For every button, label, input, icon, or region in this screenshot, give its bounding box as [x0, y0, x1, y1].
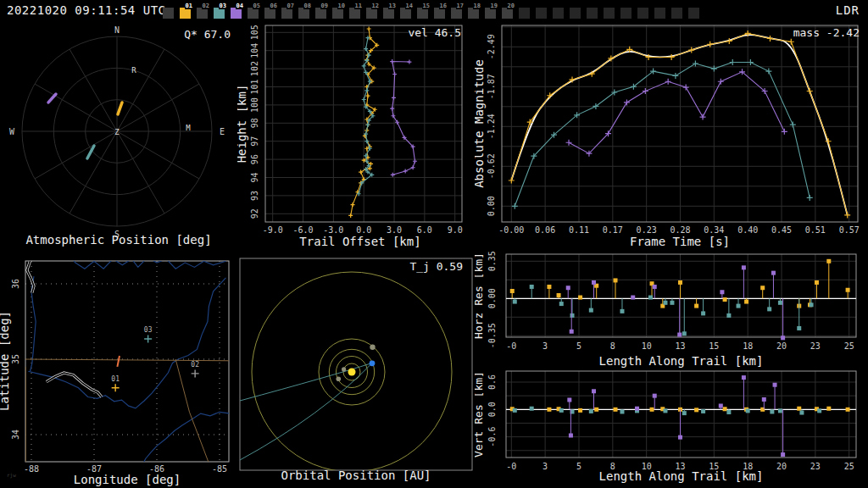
svg-text:96: 96 — [250, 154, 259, 164]
station-box-13[interactable]: 13 — [383, 8, 394, 19]
svg-text:0.45: 0.45 — [771, 225, 792, 235]
svg-text:0.00: 0.00 — [487, 288, 497, 308]
station-box[interactable] — [654, 8, 665, 19]
svg-text:0.17: 0.17 — [603, 225, 623, 235]
station-box[interactable] — [671, 8, 682, 19]
utc-timestamp: 20221020 09:11:54 UTC — [7, 3, 166, 17]
station-box[interactable] — [163, 8, 174, 19]
svg-text:20: 20 — [776, 341, 787, 351]
station-box[interactable] — [620, 8, 632, 19]
residuals-panel: -0358101315182023250.350.00-0.35Horz Res… — [475, 250, 868, 488]
svg-text:3: 3 — [542, 341, 548, 351]
svg-text:98: 98 — [250, 118, 259, 128]
svg-text:18: 18 — [743, 341, 753, 351]
svg-text:97: 97 — [250, 136, 259, 147]
station-box-18[interactable]: 18 — [468, 8, 479, 19]
station-number: 15 — [422, 3, 431, 9]
station-number: 14 — [405, 3, 414, 9]
station-number: 01 — [185, 3, 193, 9]
svg-text:-6.0: -6.0 — [292, 225, 313, 235]
station-box[interactable] — [553, 8, 564, 19]
svg-text:W: W — [9, 127, 15, 136]
station-box-10[interactable]: 10 — [332, 8, 343, 19]
svg-text:104: 104 — [250, 43, 259, 58]
station-box-04[interactable]: 04 — [231, 8, 242, 19]
svg-text:-2.49: -2.49 — [487, 34, 496, 59]
svg-text:-3.0: -3.0 — [323, 225, 343, 235]
station-box[interactable] — [688, 8, 699, 19]
station-box[interactable] — [604, 8, 615, 19]
station-box-08[interactable]: 08 — [298, 8, 309, 19]
velocity-value: vel 46.5 — [408, 26, 461, 39]
station-number: 12 — [371, 3, 380, 9]
station-number: 04 — [236, 3, 244, 9]
station-box-17[interactable]: 17 — [451, 8, 462, 19]
station-box-05[interactable]: 05 — [248, 8, 259, 19]
svg-text:Horz Res [km]: Horz Res [km] — [475, 252, 485, 339]
station-box[interactable] — [587, 8, 598, 19]
station-box[interactable] — [570, 8, 581, 19]
svg-text:0.35: 0.35 — [487, 251, 497, 271]
station-number: 02 — [202, 3, 210, 9]
station-box-02[interactable]: 02 — [197, 8, 208, 19]
trail-offset-plot: -9.0-6.0-3.00.03.06.09.09293949697981001… — [237, 21, 475, 250]
svg-text:8: 8 — [610, 341, 615, 351]
station-box-11[interactable]: 11 — [349, 8, 360, 19]
svg-text:-0.6: -0.6 — [487, 427, 497, 447]
svg-text:6.0: 6.0 — [417, 225, 432, 235]
svg-text:-0.00: -0.00 — [498, 225, 524, 235]
svg-text:Z: Z — [114, 128, 120, 136]
station-box-06[interactable]: 06 — [264, 8, 275, 19]
station-box-07[interactable]: 07 — [281, 8, 292, 19]
svg-text:102: 102 — [250, 61, 259, 76]
svg-text:0.00: 0.00 — [487, 196, 496, 216]
station-box[interactable] — [536, 8, 547, 19]
station-box-15[interactable]: 15 — [417, 8, 428, 19]
trail-offset-panel: -9.0-6.0-3.00.03.06.09.09293949697981001… — [237, 21, 475, 250]
svg-text:92: 92 — [250, 208, 259, 219]
station-number: 13 — [388, 3, 397, 9]
horz-res-xlabel: Length Along Trail [km] — [506, 354, 856, 368]
station-box-03[interactable]: 03 — [214, 8, 225, 19]
station-number: 18 — [473, 3, 481, 9]
svg-text:-0.62: -0.62 — [487, 153, 496, 179]
station-box-20[interactable]: 20 — [502, 8, 513, 19]
tisserand-value: T_j 0.59 — [409, 260, 463, 273]
station-box[interactable] — [637, 8, 648, 19]
svg-text:93: 93 — [250, 191, 259, 201]
svg-text:03: 03 — [144, 326, 153, 334]
orbital-position-panel: T_j 0.59 Orbital Position [AU] — [237, 250, 475, 488]
svg-text:0.11: 0.11 — [569, 225, 589, 235]
station-box-14[interactable]: 14 — [400, 8, 411, 19]
svg-text:-1.87: -1.87 — [487, 74, 496, 99]
svg-text:-0.35: -0.35 — [487, 323, 497, 348]
orbital-position-plot — [237, 250, 475, 488]
svg-text:0.57: 0.57 — [839, 225, 860, 235]
svg-text:0.6: 0.6 — [487, 374, 497, 390]
svg-text:0.40: 0.40 — [737, 225, 758, 235]
station-box-12[interactable]: 12 — [366, 8, 377, 19]
station-number: 05 — [253, 3, 261, 9]
station-number: 03 — [219, 3, 227, 9]
svg-text:Absolute Magnitude: Absolute Magnitude — [475, 59, 486, 188]
svg-text:02: 02 — [191, 361, 199, 369]
svg-text:23: 23 — [810, 341, 821, 351]
station-box-01[interactable]: 01 — [180, 8, 191, 19]
polar-plot-title: Atmospheric Position [deg] — [0, 233, 237, 247]
frame-time-xlabel: Frame Time [s] — [502, 235, 858, 248]
q-value: Q* 67.0 — [184, 28, 231, 41]
svg-text:13: 13 — [675, 341, 685, 351]
station-box-16[interactable]: 16 — [434, 8, 445, 19]
station-number: 08 — [303, 3, 312, 9]
station-number: 06 — [270, 3, 278, 9]
svg-text:0.51: 0.51 — [805, 225, 826, 235]
station-box-09[interactable]: 09 — [315, 8, 326, 19]
ground-map-plot: 010203-88-87-86-85343536Latitude [deg]rj… — [0, 250, 237, 488]
svg-text:M: M — [186, 124, 191, 132]
station-box-19[interactable]: 19 — [485, 8, 496, 19]
magnitude-plot: -0.000.060.110.170.230.280.340.400.450.5… — [475, 21, 868, 250]
station-number: 19 — [490, 3, 498, 9]
station-box[interactable] — [519, 8, 530, 19]
svg-text:E: E — [220, 127, 225, 136]
station-number: 10 — [337, 3, 346, 9]
